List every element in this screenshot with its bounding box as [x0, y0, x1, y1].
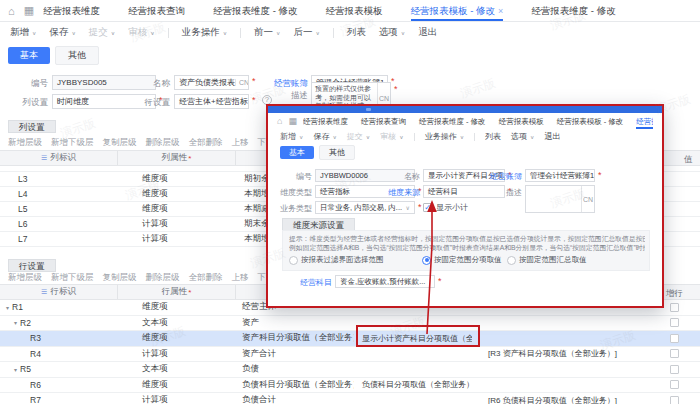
cell-row-attr: 维度项 — [118, 300, 236, 315]
nav-tab[interactable]: 经营报表维度 - 修改× — [636, 114, 653, 129]
show-subtotal-checkbox[interactable]: ✓ 显示小计 — [423, 202, 468, 213]
close-tab-icon[interactable]: × — [498, 6, 503, 16]
value-mode-radio[interactable]: 按固定范围汇总取值 — [507, 255, 587, 265]
col-header-id[interactable]: ☰列标识 — [0, 151, 118, 165]
book-field[interactable]: 管理会计经营账簿1 — [525, 169, 595, 182]
toolbar-exit-button[interactable]: 退出 — [544, 131, 560, 142]
table-row[interactable]: ▾R2文本项资产 — [0, 316, 700, 332]
biztype-select[interactable]: 日常业务, 内部交易, 内...∨ — [315, 201, 415, 214]
value-mode-radio[interactable]: 按报表过滤界面选择范围 — [289, 255, 384, 265]
cell-col-id — [0, 166, 118, 171]
toolbar-exit-button[interactable]: 退出 — [418, 26, 437, 39]
tab-other[interactable]: 其他 — [319, 145, 355, 160]
row-checkbox[interactable] — [670, 380, 679, 389]
row-header-id[interactable]: ☰行标识 — [0, 285, 118, 299]
subject-label-link[interactable]: 经营科目 — [296, 277, 332, 288]
col-section-title[interactable]: 列设置 — [8, 120, 56, 133]
toolbar-audit-button[interactable]: 审核∨ — [128, 26, 154, 39]
name-field[interactable]: 资产负债类报表CN — [174, 75, 249, 90]
desc-field[interactable]: CN — [525, 185, 595, 213]
table-row[interactable]: R3维度项资产科目分项取值（全部业务）显示小计资产科目分项取值（全部业务） — [0, 331, 700, 347]
cell-row-attr: 维度项 — [118, 331, 236, 346]
tree-expand-icon[interactable]: ▾ — [14, 319, 17, 326]
toolbar-new-button[interactable]: 新增∨ — [280, 131, 303, 142]
row-checkbox[interactable] — [670, 349, 679, 358]
nav-tab[interactable]: 经营报表维度 - 修改 — [419, 114, 486, 129]
tree-expand-icon[interactable]: ▾ — [6, 304, 9, 311]
subject-field[interactable]: 资金,应收账款,预付账款... — [335, 275, 435, 288]
grid-toolbar-add-level[interactable]: 新增层级 — [8, 272, 42, 284]
table-row[interactable]: R7计算项负债合计[R6 负债科目分项取值（全部业务）] — [0, 393, 700, 404]
table-row[interactable]: ▾R5文本项负债 — [0, 362, 700, 378]
radio-icon — [289, 256, 298, 265]
value-mode-radio[interactable]: 按固定范围分项取值 — [422, 255, 502, 265]
toolbar-options-button[interactable]: 选项∨ — [379, 26, 405, 39]
nav-tab[interactable]: 经营报表模板 — [326, 0, 383, 21]
grid-toolbar-delete-all[interactable]: 全部删除 — [189, 272, 223, 284]
dimsrc-field[interactable]: 经营科目 — [423, 185, 505, 198]
row-checkbox[interactable] — [670, 396, 679, 404]
popup-titlebar[interactable] — [268, 106, 662, 113]
rowset-select[interactable]: 经营主体+经营指标∨ — [174, 94, 249, 109]
row-checkbox[interactable] — [670, 334, 679, 343]
toolbar-options-button[interactable]: 选项∨ — [511, 131, 534, 142]
toolbar-new-button[interactable]: 新增∨ — [10, 26, 36, 39]
nav-tab[interactable]: 经营报表模板 - 修改× — [411, 0, 504, 21]
nav-tab[interactable]: 经营报表模板 - 修改 — [557, 114, 624, 129]
toolbar-save-button[interactable]: 保存∨ — [49, 26, 75, 39]
home-icon[interactable]: ⌂ — [8, 5, 15, 17]
table-row[interactable]: R4计算项资产合计[R3 资产科目分项取值（全部业务）] — [0, 347, 700, 363]
row-checkbox[interactable] — [670, 303, 679, 312]
nav-tab[interactable]: 经营报表维度 — [303, 114, 348, 129]
popup-window: ⌂ ▦ 经营报表维度经营报表查询经营报表维度 - 修改经营报表模板经营报表模板 … — [266, 104, 664, 308]
toolbar-previous-button[interactable]: 前一∨ — [254, 26, 280, 39]
apps-grid-icon[interactable]: ▦ — [24, 4, 34, 17]
grid-toolbar-add-sublevel[interactable]: 新增下级层 — [51, 272, 94, 284]
row-checkbox[interactable] — [670, 365, 679, 374]
nav-tab[interactable]: 经营报表维度 — [43, 0, 100, 21]
nav-tab[interactable]: 经营报表维度 - 修改 — [531, 0, 615, 21]
grid-toolbar-move-up[interactable]: 上移 — [232, 272, 249, 284]
grid-toolbar-add-sublevel[interactable]: 新增下级层 — [51, 137, 94, 149]
nav-tab[interactable]: 经营报表维度 - 修改 — [213, 0, 297, 21]
apps-grid-icon[interactable]: ▦ — [288, 116, 297, 126]
row-header-attr[interactable]: 行属性* — [118, 285, 236, 299]
toolbar-business-ops-button[interactable]: 业务操作∨ — [425, 131, 464, 142]
toolbar-list-button[interactable]: 列表 — [347, 26, 366, 39]
book-label-link[interactable]: 经营账簿 — [262, 78, 308, 90]
main-toolbar: 新增∨保存∨提交∨审核∨业务操作∨前一∨后一∨列表选项∨退出 — [0, 22, 700, 43]
grid-toolbar-copy-level[interactable]: 复制层级 — [103, 137, 137, 149]
toolbar-separator — [333, 28, 334, 38]
grid-toolbar-copy-level[interactable]: 复制层级 — [103, 272, 137, 284]
tree-expand-icon[interactable]: ▾ — [14, 366, 17, 373]
home-icon[interactable]: ⌂ — [277, 116, 282, 126]
chevron-down-icon: ∨ — [71, 29, 75, 35]
col-header-attr[interactable]: 列属性* — [118, 151, 236, 165]
tab-basic[interactable]: 基本 — [280, 146, 314, 159]
code-label: 编号 — [276, 171, 312, 182]
cell-col-attr: 维度项 — [118, 172, 236, 186]
toolbar-list-button[interactable]: 列表 — [485, 131, 501, 142]
toolbar-next-button[interactable]: 后一∨ — [293, 26, 319, 39]
cell-row-dimension — [354, 362, 472, 377]
checkbox-checked-icon: ✓ — [423, 203, 432, 212]
toolbar-submit-button[interactable]: 提交∨ — [347, 131, 370, 142]
nav-tab[interactable]: 经营报表查询 — [128, 0, 185, 21]
table-row[interactable]: R6维度项负债科目分项取值（全部业务）负债科目分项取值（全部业务） — [0, 378, 700, 394]
nav-tab[interactable]: 经营报表模板 — [499, 114, 544, 129]
book-label-link[interactable]: 经营账簿 — [480, 171, 522, 182]
toolbar-business-ops-button[interactable]: 业务操作∨ — [182, 26, 227, 39]
grid-toolbar-move-up[interactable]: 上移 — [232, 137, 249, 149]
grid-toolbar-add-level[interactable]: 新增层级 — [8, 137, 42, 149]
dimsrc-label-link[interactable]: 维度来源 — [384, 187, 420, 198]
row-section-title[interactable]: 行设置 — [8, 259, 56, 272]
toolbar-submit-button[interactable]: 提交∨ — [89, 26, 115, 39]
row-checkbox[interactable] — [670, 318, 679, 327]
grid-toolbar-delete-level[interactable]: 删除层级 — [146, 272, 180, 284]
cell-row-name: 负债科目分项取值（全部业务） — [236, 378, 354, 393]
toolbar-audit-button[interactable]: 审核∨ — [380, 131, 403, 142]
toolbar-save-button[interactable]: 保存∨ — [313, 131, 336, 142]
grid-toolbar-delete-level[interactable]: 删除层级 — [146, 137, 180, 149]
grid-toolbar-delete-all[interactable]: 全部删除 — [189, 137, 223, 149]
nav-tab[interactable]: 经营报表查询 — [361, 114, 406, 129]
